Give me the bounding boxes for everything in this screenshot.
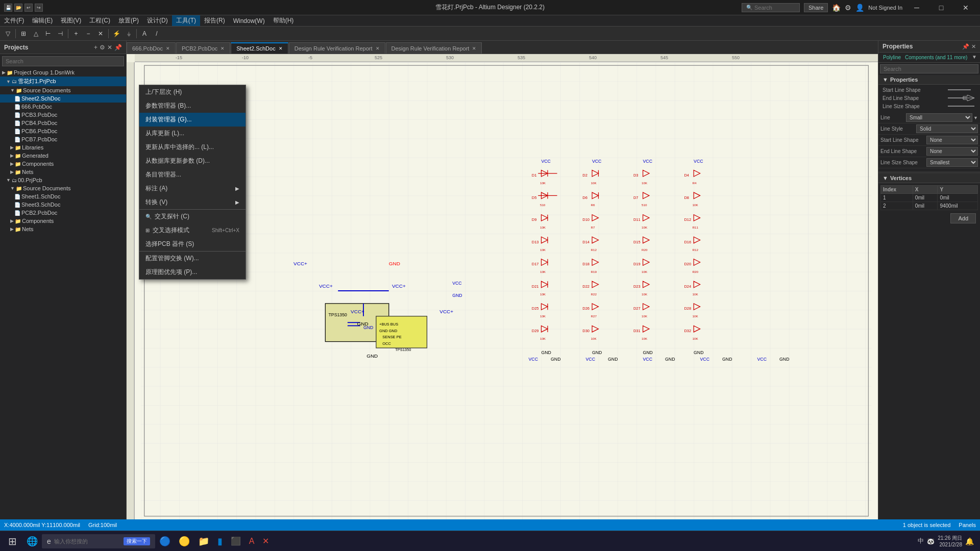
tb-cross[interactable]: ✕ (95, 28, 106, 39)
search-box[interactable]: 🔍 (742, 3, 800, 12)
taskbar-notification-icon[interactable]: 🔔 (965, 537, 974, 545)
tb-plus[interactable]: + (70, 28, 82, 39)
menu-report[interactable]: 报告(R) (200, 15, 229, 26)
add-vertex-button[interactable]: Add (950, 213, 976, 223)
tab-drv2-close[interactable]: ✕ (472, 46, 476, 51)
props-tab-polyline[interactable]: Polyline (881, 54, 902, 61)
menu-tools[interactable]: 工具(T) (172, 15, 200, 26)
tree-item-libraries[interactable]: ▶ 📁 Libraries (0, 143, 126, 152)
dd-item-convert[interactable]: 转换 (V) ▶ (139, 195, 246, 209)
dd-item-config-pin[interactable]: 配置管脚交换 (W)... (139, 251, 246, 265)
dd-item-item-manager[interactable]: 条目管理器... (139, 168, 246, 182)
taskbar-item-chrome[interactable]: 🟡 (175, 532, 194, 550)
home-icon[interactable]: 🏠 (832, 4, 841, 12)
tab-drv1-close[interactable]: ✕ (376, 46, 380, 51)
menu-place[interactable]: 放置(P) (114, 15, 143, 26)
tree-item-components1[interactable]: ▶ 📁 Components (0, 160, 126, 168)
tab-666-close[interactable]: ✕ (166, 46, 170, 51)
not-signed-in[interactable]: Not Signed In (868, 5, 902, 11)
end-shape-select[interactable]: None Arrow Circle (926, 147, 978, 156)
menu-file[interactable]: 文件(F) (0, 15, 28, 26)
tab-pcb2-close[interactable]: ✕ (220, 46, 225, 51)
tree-item-nets1[interactable]: ▶ 📁 Nets (0, 168, 126, 176)
schematic-canvas[interactable]: -15 -10 -5 525 530 535 540 545 550 A B C (127, 54, 878, 519)
dd-item-update-from-lib[interactable]: 从库更新 (L)... (139, 127, 246, 140)
section-properties-header[interactable]: ▼ Properties (878, 75, 980, 85)
taskbar-item-file-explorer[interactable]: 📁 (194, 532, 213, 550)
props-pin-icon[interactable]: 📌 (962, 43, 969, 50)
taskbar-item-vscode[interactable]: ▮ (213, 532, 227, 550)
tree-item-sheet2[interactable]: 📄 Sheet2.SchDoc (0, 94, 126, 103)
tree-item-pcb2[interactable]: 📄 PCB2.PcbDoc (0, 209, 126, 217)
props-search-input[interactable] (880, 64, 978, 73)
tb-text[interactable]: A (139, 28, 150, 39)
menu-view[interactable]: 视图(V) (57, 15, 85, 26)
undo-icon[interactable]: ↩ (24, 4, 33, 12)
taskbar-search-input[interactable] (54, 538, 120, 544)
menu-edit[interactable]: 编辑(E) (28, 15, 57, 26)
tree-item-project-group[interactable]: ▶ 📁 Project Group 1.DsnWrk (0, 68, 126, 77)
dd-item-cross-select[interactable]: ⊞ 交叉选择模式 Shift+Ctrl+X (139, 223, 246, 237)
tb-align-l[interactable]: ⊢ (42, 28, 54, 39)
maximize-button[interactable]: □ (931, 0, 951, 15)
menu-project[interactable]: 工程(C) (85, 15, 114, 26)
tab-666pcbdoc[interactable]: 666.PcbDoc ✕ (127, 42, 176, 54)
tab-sheet2[interactable]: Sheet2.SchDoc ✕ (231, 42, 288, 54)
dd-item-update-from-db[interactable]: 从数据库更新参数 (D)... (139, 154, 246, 168)
dd-item-annotate[interactable]: 标注 (A) ▶ (139, 182, 246, 195)
taskbar-item-browser[interactable]: 🌐 (22, 532, 42, 550)
minimize-button[interactable]: ─ (906, 0, 927, 15)
dd-item-schematic-prefs[interactable]: 原理图优先项 (P)... (139, 265, 246, 279)
open-icon[interactable]: 📂 (14, 4, 22, 12)
tb-power[interactable]: ⚡ (111, 28, 122, 39)
tb-line[interactable]: / (151, 28, 162, 39)
tree-item-sheet3[interactable]: 📄 Sheet3.SchDoc (0, 201, 126, 209)
menu-help[interactable]: 帮助(H) (269, 15, 298, 26)
tree-item-xuehuadeng[interactable]: ▼ 🗂 雪花灯1.PrjPcb (0, 77, 126, 86)
tree-item-source-docs2[interactable]: ▼ 📁 Source Documents (0, 184, 126, 192)
menu-window[interactable]: Window(W) (229, 16, 269, 26)
menu-design[interactable]: 设计(D) (143, 15, 172, 26)
tb-gnd[interactable]: ⏚ (123, 28, 134, 39)
line-select[interactable]: Small Medium Large (906, 113, 972, 122)
taskbar-item-edge[interactable]: 🔵 (155, 532, 175, 550)
props-tab-components[interactable]: Components (and 11 more) (903, 54, 969, 61)
tree-item-pcb4[interactable]: 📄 PCB4.PcbDoc (0, 119, 126, 127)
dd-item-param-manager[interactable]: 参数管理器 (B)... (139, 99, 246, 113)
dd-item-hierarchy[interactable]: 上/下层次 (H) (139, 85, 246, 99)
panel-add-icon[interactable]: + (94, 44, 97, 51)
tb-align-r[interactable]: ⊣ (55, 28, 66, 39)
tree-item-generated[interactable]: ▶ 📁 Generated (0, 152, 126, 160)
tree-item-sheet1[interactable]: 📄 Sheet1.SchDoc (0, 192, 126, 201)
tab-sheet2-close[interactable]: ✕ (279, 46, 283, 51)
close-button[interactable]: ✕ (955, 0, 976, 15)
start-shape-select[interactable]: None Arrow Circle (926, 136, 978, 144)
tab-pcb2[interactable]: PCB2.PcbDoc ✕ (176, 42, 230, 54)
linestyle-select[interactable]: Solid Dashed Dotted (916, 124, 978, 133)
taskbar-item-altium[interactable]: A (245, 532, 259, 550)
project-search-input[interactable] (2, 56, 124, 66)
dd-item-select-pcb[interactable]: 选择PCB 器件 (S) (139, 237, 246, 251)
share-button[interactable]: Share (804, 3, 828, 12)
tab-drv1[interactable]: Design Rule Verification Report ✕ (289, 42, 385, 54)
section-vertices-header[interactable]: ▼ Vertices (878, 171, 980, 183)
start-button[interactable]: ⊞ (2, 532, 22, 550)
search-input[interactable] (754, 5, 795, 11)
tree-item-pcb7[interactable]: 📄 PCB7.PcbDoc (0, 135, 126, 143)
tree-item-pcb3[interactable]: 📄 PCB3.PcbDoc (0, 111, 126, 119)
tab-drv2[interactable]: Design Rule Verification Report ✕ (386, 42, 482, 54)
tb-rect[interactable]: ⊞ (18, 28, 29, 39)
line-size-shape-select[interactable]: Smallest Small Medium (926, 158, 978, 167)
tree-item-source-docs[interactable]: ▼ 📁 Source Documents (0, 86, 126, 94)
props-close-icon[interactable]: ✕ (971, 43, 976, 50)
settings-icon[interactable]: ⚙ (845, 4, 851, 12)
user-icon[interactable]: 👤 (855, 4, 864, 12)
tb-minus[interactable]: − (83, 28, 94, 39)
props-filter-icon[interactable]: ▼ (972, 54, 977, 61)
tb-filter[interactable]: ▽ (2, 28, 13, 39)
tree-item-nets2[interactable]: ▶ 📁 Nets (0, 225, 126, 233)
tree-item-666pcb[interactable]: 📄 666.PcbDoc (0, 103, 126, 111)
taskbar-item-terminal[interactable]: ⬛ (227, 532, 245, 550)
tree-item-pcb6[interactable]: 📄 PCB6.PcbDoc (0, 127, 126, 135)
tree-item-components2[interactable]: ▶ 📁 Components (0, 217, 126, 225)
